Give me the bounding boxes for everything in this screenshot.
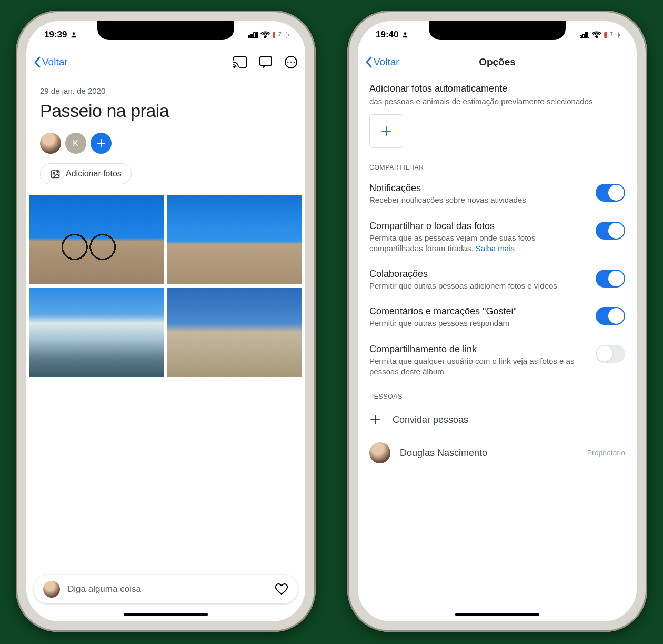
home-indicator[interactable]: [455, 613, 539, 616]
battery-icon: 7: [604, 32, 619, 38]
comment-placeholder: Diga alguma coisa: [67, 584, 267, 595]
back-label: Voltar: [42, 56, 68, 68]
more-icon[interactable]: [284, 55, 298, 69]
plus-icon: [369, 414, 381, 425]
toggle-collaborations[interactable]: [596, 270, 625, 288]
screen: 19:40 7 Voltar Opções Adicionar foto: [358, 21, 637, 621]
user-icon: [401, 31, 409, 38]
row-sub: Permita que qualquer usuário com o link …: [369, 356, 588, 378]
svg-point-9: [290, 61, 292, 63]
svg-point-0: [73, 32, 75, 35]
row-collaborations[interactable]: Colaborações Permitir que outras pessoas…: [358, 261, 637, 299]
photo-thumbnail[interactable]: [167, 288, 302, 377]
svg-rect-4: [256, 32, 258, 38]
heart-icon[interactable]: [275, 583, 288, 596]
svg-rect-17: [582, 34, 584, 38]
wifi-icon: [592, 31, 601, 38]
battery-icon: 7: [273, 32, 287, 38]
svg-point-5: [234, 66, 235, 67]
chevron-left-icon: [365, 56, 373, 68]
avatar: [369, 442, 390, 463]
person-name: Douglas Nascimento: [400, 448, 578, 459]
phone-mockup-options: 19:40 7 Voltar Opções Adicionar foto: [347, 11, 647, 632]
auto-add-sub: das pessoas e animais de estimação previ…: [369, 96, 625, 107]
nav-bar: Voltar: [26, 48, 305, 76]
svg-point-8: [287, 61, 289, 63]
person-row[interactable]: Douglas Nascimento Proprietário: [358, 435, 637, 471]
person-role: Proprietário: [587, 449, 625, 457]
notch: [97, 21, 234, 40]
album-date: 29 de jan. de 2020: [40, 86, 292, 95]
photo-thumbnail[interactable]: [29, 288, 164, 377]
row-sub: Permitir que outras pessoas adicionem fo…: [369, 281, 588, 291]
back-button[interactable]: Voltar: [365, 56, 399, 68]
auto-add-block: Adicionar fotos automaticamente das pess…: [358, 76, 637, 155]
svg-rect-18: [585, 33, 587, 38]
toggle-share-location[interactable]: [596, 222, 625, 240]
phone-mockup-album: 19:39 7 Voltar: [16, 11, 316, 632]
svg-rect-16: [580, 36, 581, 38]
row-comments[interactable]: Comentários e marcações "Gostei" Permiti…: [358, 299, 637, 336]
add-face-button[interactable]: [369, 114, 403, 148]
row-title: Comentários e marcações "Gostei": [369, 306, 588, 317]
auto-add-title: Adicionar fotos automaticamente: [369, 83, 625, 94]
notch: [429, 21, 566, 40]
signal-icon: [580, 32, 589, 38]
toggle-comments[interactable]: [596, 307, 625, 325]
row-title: Colaborações: [369, 269, 588, 280]
invite-people-button[interactable]: Convidar pessoas: [358, 404, 637, 435]
row-notifications[interactable]: Notificações Receber notificações sobre …: [358, 175, 637, 213]
row-share-location[interactable]: Compartilhar o local das fotos Permita q…: [358, 213, 637, 262]
photo-thumbnail[interactable]: [29, 195, 164, 284]
chevron-left-icon: [34, 56, 41, 68]
album-header: 29 de jan. de 2020 Passeio na praia K Ad…: [26, 76, 305, 192]
row-sub: Receber notificações sobre novas ativida…: [369, 195, 588, 205]
screen: 19:39 7 Voltar: [26, 21, 305, 621]
svg-point-10: [294, 61, 295, 63]
add-photo-icon: [50, 169, 61, 179]
row-sub: Permitir que outras pessoas respondam: [369, 318, 588, 329]
add-photos-label: Adicionar fotos: [66, 169, 122, 179]
user-icon: [70, 31, 77, 38]
learn-more-link[interactable]: Saiba mais: [476, 244, 515, 253]
row-title: Notificações: [369, 183, 588, 194]
back-label: Voltar: [374, 56, 399, 68]
photo-grid: [26, 192, 305, 380]
avatar-owner[interactable]: [40, 133, 61, 154]
svg-rect-1: [248, 36, 250, 38]
album-title[interactable]: Passeio na praia: [40, 101, 292, 121]
toggle-link-share[interactable]: [596, 345, 625, 363]
svg-rect-2: [251, 34, 253, 38]
row-title: Compartilhamento de link: [369, 344, 588, 355]
svg-point-15: [404, 32, 407, 35]
row-sub: Permita que as pessoas vejam onde suas f…: [369, 233, 588, 254]
wifi-icon: [260, 31, 270, 38]
comment-bar[interactable]: Diga alguma coisa: [34, 575, 298, 603]
add-person-button[interactable]: [91, 133, 112, 154]
back-button[interactable]: Voltar: [34, 56, 68, 68]
status-time: 19:39: [44, 29, 67, 40]
section-share-label: COMPARTILHAR: [358, 155, 637, 175]
home-indicator[interactable]: [124, 613, 208, 616]
status-time: 19:40: [376, 29, 398, 40]
cast-icon[interactable]: [233, 56, 247, 68]
toggle-notifications[interactable]: [596, 184, 625, 202]
page-title: Opções: [358, 56, 637, 68]
svg-rect-19: [588, 32, 589, 38]
row-title: Compartilhar o local das fotos: [369, 221, 588, 232]
add-photos-button[interactable]: Adicionar fotos: [40, 163, 132, 184]
svg-rect-6: [260, 57, 272, 65]
avatar-self: [43, 581, 60, 598]
nav-bar: Voltar Opções: [358, 48, 637, 76]
plus-icon: [96, 138, 106, 148]
row-link-share[interactable]: Compartilhamento de link Permita que qua…: [358, 336, 637, 385]
svg-point-14: [53, 173, 55, 174]
signal-icon: [248, 32, 258, 38]
svg-rect-3: [254, 33, 255, 38]
chat-icon[interactable]: [259, 56, 273, 68]
photo-thumbnail[interactable]: [167, 195, 302, 284]
avatar-collaborator[interactable]: K: [65, 133, 86, 154]
plus-icon: [380, 125, 392, 137]
invite-label: Convidar pessoas: [393, 414, 468, 425]
section-people-label: PESSOAS: [358, 384, 637, 404]
